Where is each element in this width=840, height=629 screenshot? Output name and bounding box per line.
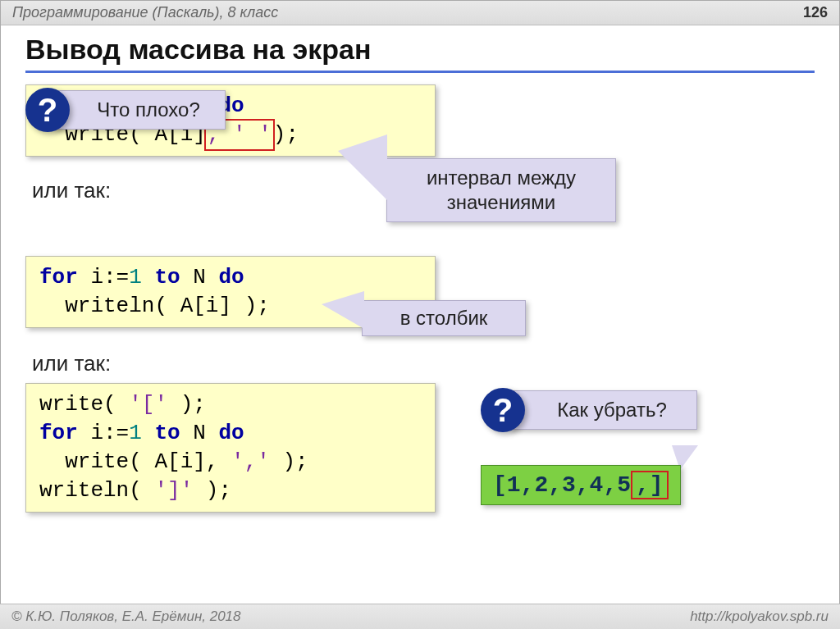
code-block-3: write( '[' ); for i:=1 to N do write( A[…: [25, 383, 436, 513]
page-number: 126: [803, 4, 828, 21]
row-code3: write( '[' ); for i:=1 to N do write( A[…: [25, 383, 815, 531]
callout-q2: Как убрать?: [509, 390, 697, 430]
question-2: ? Как убрать?: [481, 388, 697, 432]
question-1: ? Что плохо?: [25, 88, 226, 132]
or-label-2: или так:: [32, 351, 815, 376]
callout-q1: Что плохо?: [53, 90, 226, 130]
output-sample: [1,2,3,4,5,]: [481, 465, 681, 505]
row-code1: for i:=1 to N do write( A[i], ' '); ? Чт…: [25, 84, 815, 175]
slide-content: Вывод массива на экран for i:=1 to N do …: [1, 25, 839, 599]
slide-header: Программирование (Паскаль), 8 класс 126: [1, 1, 839, 25]
callout-column: в столбик: [362, 300, 526, 336]
question-mark-icon: ?: [25, 88, 70, 132]
callout-interval: интервал между значениями: [386, 158, 616, 222]
highlight-trailing: ,]: [631, 471, 669, 499]
question-mark-icon: ?: [481, 388, 525, 432]
course-label: Программирование (Паскаль), 8 класс: [12, 4, 278, 21]
copyright: © К.Ю. Поляков, Е.А. Ерёмин, 2018: [11, 608, 241, 625]
row-code2: for i:=1 to N do writeln( A[i] ); в стол…: [25, 256, 815, 338]
footer-url: http://kpolyakov.spb.ru: [690, 608, 829, 625]
slide-footer: © К.Ю. Поляков, Е.А. Ерёмин, 2018 http:/…: [0, 604, 840, 629]
slide-title: Вывод массива на экран: [25, 34, 815, 73]
